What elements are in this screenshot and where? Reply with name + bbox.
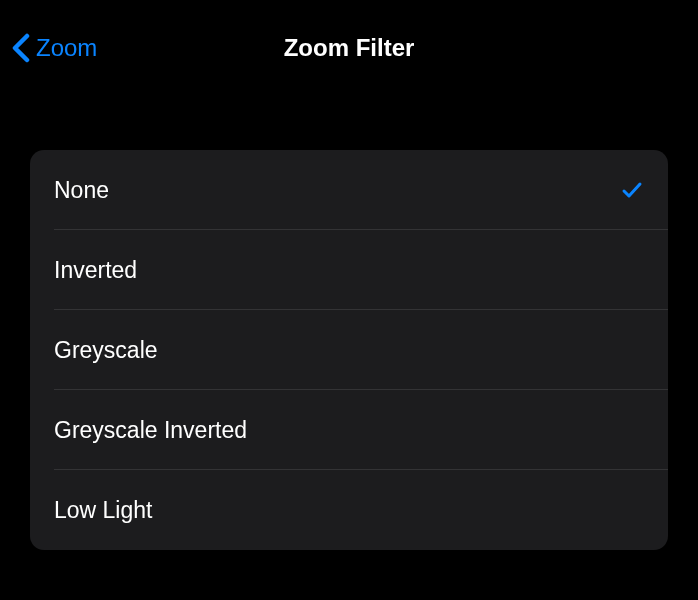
filter-option-greyscale-inverted[interactable]: Greyscale Inverted (30, 390, 668, 470)
option-label: Inverted (54, 257, 137, 284)
header: Zoom Zoom Filter (0, 0, 698, 95)
chevron-left-icon (12, 33, 30, 63)
filter-option-greyscale[interactable]: Greyscale (30, 310, 668, 390)
filter-option-low-light[interactable]: Low Light (30, 470, 668, 550)
option-label: None (54, 177, 109, 204)
filter-option-none[interactable]: None (30, 150, 668, 230)
page-title: Zoom Filter (284, 34, 415, 62)
option-label: Low Light (54, 497, 152, 524)
option-label: Greyscale Inverted (54, 417, 247, 444)
option-label: Greyscale (54, 337, 158, 364)
checkmark-icon (620, 178, 644, 202)
back-label: Zoom (36, 34, 97, 62)
back-button[interactable]: Zoom (12, 33, 97, 63)
options-list: None Inverted Greyscale Greyscale Invert… (30, 150, 668, 550)
filter-option-inverted[interactable]: Inverted (30, 230, 668, 310)
